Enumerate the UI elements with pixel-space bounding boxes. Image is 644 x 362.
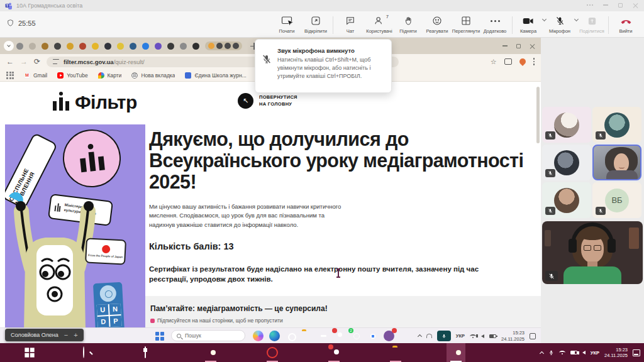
mic-muted-icon bbox=[262, 53, 272, 65]
tab-favicon[interactable] bbox=[29, 43, 36, 50]
raise-hand-button[interactable]: Підняти bbox=[394, 13, 423, 34]
copilot-icon[interactable] bbox=[253, 331, 264, 341]
chat-button[interactable]: Чат bbox=[336, 13, 365, 34]
task-view-icon[interactable] bbox=[145, 346, 146, 358]
wifi-icon[interactable] bbox=[470, 334, 476, 338]
language-indicator[interactable]: УКР bbox=[591, 350, 599, 356]
reload-icon[interactable]: ⟳ bbox=[34, 57, 40, 66]
bookmark-maps[interactable]: Карти bbox=[98, 72, 122, 79]
browser-menu-icon[interactable] bbox=[533, 58, 535, 65]
tab-favicon[interactable] bbox=[167, 43, 174, 50]
notification-center-icon[interactable] bbox=[530, 333, 536, 339]
titlebar-more-icon[interactable] bbox=[587, 4, 593, 6]
bookmark-star-icon[interactable]: ☆ bbox=[491, 58, 497, 66]
search-icon[interactable] bbox=[83, 346, 84, 358]
tab-favicon[interactable] bbox=[180, 43, 187, 50]
zoom-out-button[interactable]: − bbox=[64, 332, 68, 339]
minimize-icon[interactable] bbox=[603, 4, 608, 6]
browser-maximize-icon[interactable] bbox=[516, 44, 521, 48]
site-logo[interactable]: Фільтр bbox=[53, 92, 137, 112]
action-center-icon[interactable] bbox=[633, 349, 640, 356]
headset-icon[interactable] bbox=[426, 334, 432, 338]
participant-tile[interactable]: ВБ bbox=[592, 182, 641, 218]
tab-favicon[interactable] bbox=[130, 43, 136, 50]
clock[interactable]: 15:2324.11.2025 bbox=[501, 330, 525, 342]
browser-minimize-icon[interactable] bbox=[502, 45, 508, 47]
more-button[interactable]: Додатково bbox=[480, 13, 509, 34]
back-icon[interactable]: ← bbox=[6, 57, 14, 66]
tab-favicon[interactable] bbox=[117, 43, 124, 50]
view-button[interactable]: Переглянути bbox=[452, 13, 480, 34]
page-scrollbar[interactable] bbox=[536, 87, 540, 143]
tab-favicon[interactable] bbox=[42, 43, 48, 50]
participant-tile[interactable] bbox=[542, 145, 591, 180]
forward-icon[interactable]: → bbox=[20, 57, 28, 66]
site-settings-icon[interactable] bbox=[53, 59, 59, 64]
participant-tile[interactable] bbox=[542, 182, 591, 218]
zoom-in-button[interactable]: + bbox=[74, 332, 77, 339]
page-url[interactable]: filter.mcsc.gov.ua/quiz-result/ bbox=[64, 58, 145, 65]
muted-badge bbox=[596, 207, 606, 215]
participants-button[interactable]: 7 Користувачі bbox=[365, 13, 394, 34]
bookmark-school[interactable]: Єдина Школа журн... bbox=[185, 72, 246, 79]
speaker-icon[interactable] bbox=[582, 351, 586, 354]
tab-search-icon[interactable] bbox=[4, 41, 14, 51]
screen: 10А Громадянська освіта 25:55 Почати Від… bbox=[0, 0, 644, 362]
mic-muted-icon bbox=[555, 16, 565, 26]
active-speaker-tile[interactable] bbox=[592, 145, 641, 180]
extension-icon[interactable] bbox=[504, 58, 512, 65]
battery-icon[interactable] bbox=[489, 334, 496, 338]
back-to-home-button[interactable]: ↖ ПОВЕРНУТИСЯ НА ГОЛОВНУ bbox=[238, 93, 306, 109]
taskbar-search[interactable]: Пошук bbox=[171, 330, 245, 341]
participant-tile[interactable] bbox=[542, 107, 591, 143]
self-video-tile[interactable] bbox=[542, 221, 643, 284]
tray-expand-icon[interactable] bbox=[418, 334, 422, 339]
tab-favicon[interactable] bbox=[192, 43, 199, 50]
bookmark-gmail[interactable]: MGmail bbox=[24, 72, 47, 79]
start-presenting-button[interactable]: Почати bbox=[272, 13, 301, 34]
tray-expand-icon[interactable] bbox=[540, 351, 544, 355]
tab-favicon[interactable] bbox=[16, 43, 23, 50]
mic-tray-button[interactable] bbox=[437, 331, 451, 341]
viber-icon[interactable] bbox=[384, 331, 394, 341]
gmail-icon: M bbox=[24, 72, 30, 79]
network-icon[interactable] bbox=[559, 351, 565, 354]
tab-favicon[interactable] bbox=[54, 43, 61, 50]
clock[interactable]: 15:2324.11.2025 bbox=[604, 347, 628, 359]
edge-icon[interactable] bbox=[269, 331, 280, 341]
browser-profile-icon[interactable] bbox=[518, 57, 526, 66]
tab-favicon[interactable] bbox=[104, 43, 111, 50]
unpin-button[interactable]: Відкріпити bbox=[301, 13, 330, 34]
battery-icon[interactable] bbox=[570, 351, 577, 354]
tab-favicon[interactable] bbox=[67, 43, 74, 50]
mic-button[interactable]: Мікрофон bbox=[546, 13, 574, 34]
bookmark-youtube[interactable]: YouTube bbox=[57, 72, 87, 79]
bookmark-newtab[interactable]: Нова вкладка bbox=[131, 72, 175, 79]
language-indicator[interactable]: УКР bbox=[456, 333, 465, 339]
apps-grid-icon[interactable] bbox=[6, 72, 14, 79]
speaker-icon[interactable] bbox=[481, 334, 484, 338]
mic-icon[interactable] bbox=[548, 349, 554, 356]
participant-tile[interactable] bbox=[592, 107, 641, 143]
tab-favicon[interactable] bbox=[142, 43, 149, 50]
camera-options-chevron[interactable] bbox=[541, 13, 546, 21]
tab-favicon[interactable] bbox=[79, 43, 86, 50]
start-button[interactable] bbox=[155, 332, 164, 341]
camera-button[interactable]: Камера bbox=[515, 13, 541, 34]
opera-icon[interactable] bbox=[267, 347, 278, 358]
mic-options-chevron[interactable] bbox=[574, 13, 578, 21]
react-button[interactable]: Реагувати bbox=[423, 13, 452, 34]
tab-favicon[interactable] bbox=[155, 43, 162, 50]
close-icon[interactable] bbox=[633, 3, 638, 8]
un-emblem-icon bbox=[99, 285, 116, 302]
subscribe-link[interactable]: Підписуйтеся на наші сторінки, щоб не пр… bbox=[150, 317, 283, 324]
start-button[interactable] bbox=[25, 348, 34, 357]
mic-muted-notification[interactable]: Звук мікрофона вимкнуто Натисніть клавіш… bbox=[255, 39, 392, 93]
tab-favicon[interactable] bbox=[92, 43, 99, 50]
maximize-icon[interactable] bbox=[618, 3, 623, 8]
tab-group[interactable] bbox=[205, 41, 242, 50]
page-footer: Пам’ятайте: медіаграмотність — це суперс… bbox=[145, 296, 541, 327]
browser-close-icon[interactable] bbox=[530, 43, 535, 48]
presenter-zoom-control[interactable]: Соловйова Олена − + bbox=[5, 329, 84, 341]
leave-button[interactable]: Вийти bbox=[611, 13, 640, 34]
